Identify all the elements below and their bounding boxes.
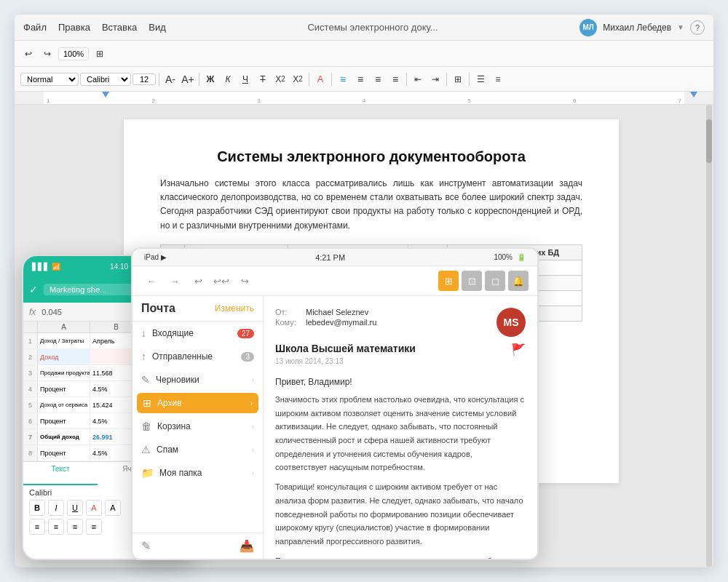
scrollbar-thumb[interactable] (706, 119, 712, 163)
phone-align-justify[interactable]: ≡ (86, 519, 102, 535)
menu-edit[interactable]: Правка (58, 22, 90, 33)
mail-folder-trash[interactable]: 🗑 Корзина › (132, 415, 263, 438)
italic-button[interactable]: К (220, 71, 236, 87)
phone-formula-value: 0.045 (41, 308, 62, 316)
font-size-increase[interactable]: A+ (180, 71, 196, 87)
phone-align-right[interactable]: ≡ (67, 519, 83, 535)
menu-file[interactable]: Файл (23, 22, 47, 33)
phone-time: 14:10 (110, 263, 128, 271)
mail-folder-spam[interactable]: ⚠ Спам › (132, 438, 263, 461)
mail-folder-custom[interactable]: 📁 Моя папка › (132, 461, 263, 485)
phone-align-left[interactable]: ≡ (29, 519, 45, 535)
strikethrough-button[interactable]: Т (255, 71, 271, 87)
mail-reply-all-icon[interactable]: ↩↩ (211, 272, 232, 290)
cell-a1[interactable]: Доход / Затраты (38, 333, 90, 348)
mail-folder-archive[interactable]: ⊞ Архив › (137, 393, 258, 413)
mail-body-3: Повседневная практика показывает, что ра… (275, 554, 526, 559)
mail-content-pane[interactable]: От: Michael Seleznev Кому: lebedev@mymai… (264, 296, 537, 559)
align-justify-button[interactable]: ≡ (387, 71, 403, 87)
sent-badge: 3 (241, 352, 254, 362)
col-a: A (38, 322, 90, 332)
cell-a2[interactable]: Доход (38, 349, 90, 364)
scrollbar[interactable] (706, 105, 712, 567)
mail-action-icon4[interactable]: 🔔 (508, 271, 529, 291)
phone-font-color-button[interactable]: A (86, 500, 102, 516)
cell-a4[interactable]: Процент (38, 381, 90, 396)
to-label: Кому: (275, 318, 306, 327)
undo-button[interactable]: ↩ (20, 47, 36, 60)
phone-check-button[interactable]: ✓ (29, 284, 38, 295)
mail-forward-icon[interactable]: → (165, 272, 185, 290)
mail-action-icon2[interactable]: ⊡ (462, 271, 482, 291)
cell-a7[interactable]: Общий доход (38, 429, 90, 445)
user-dropdown-icon[interactable]: ▼ (677, 23, 684, 31)
mail-folder-inbox[interactable]: ↓ Входящие 27 (132, 322, 263, 345)
from-value: Michael Seleznev (306, 308, 368, 316)
superscript-button[interactable]: X2 (290, 71, 306, 87)
cell-a3[interactable]: Продажи продукта (38, 365, 90, 380)
mail-forward2-icon[interactable]: ↪ (234, 272, 255, 290)
phone-highlight-button[interactable]: A (105, 500, 121, 516)
sidebar-compose-icon[interactable]: ✎ (141, 539, 151, 553)
phone-font-name: Calibri (29, 488, 52, 497)
font-color-button[interactable]: A (312, 71, 328, 87)
ipad-mail-body: Почта Изменить ↓ Входящие 27 ↑ Отправлен… (132, 296, 537, 559)
title-bar-right: МЛ Михаил Лебедев ▼ ? (579, 19, 705, 36)
underline-button[interactable]: Ч (237, 71, 253, 87)
mail-action-icon3[interactable]: ◻ (485, 271, 505, 291)
font-size-decrease[interactable]: A- (162, 71, 178, 87)
indent-decrease-button[interactable]: ⇤ (410, 71, 426, 87)
mail-folder-drafts[interactable]: ✎ Черновики › (132, 368, 263, 391)
align-center-button[interactable]: ≡ (352, 71, 368, 87)
mail-action-icon1[interactable]: ⊞ (438, 271, 459, 291)
phone-italic-button[interactable]: I (48, 500, 64, 516)
font-select[interactable]: Calibri (80, 73, 131, 86)
menu-bar: Файл Правка Вставка Вид (23, 22, 166, 33)
spam-icon: ⚠ (141, 444, 151, 455)
phone-fmt-btns: B I U A A (29, 500, 121, 516)
phone-tab-text[interactable]: Текст (23, 462, 98, 485)
phone-underline-button[interactable]: U (67, 500, 83, 516)
align-left-button[interactable]: ≡ (335, 71, 351, 87)
ipad-mail-right-icons: ⊞ ⊡ ◻ 🔔 (438, 271, 529, 291)
phone-align-center[interactable]: ≡ (48, 519, 64, 535)
phone-bold-button[interactable]: B (29, 500, 45, 516)
font-size-input[interactable] (132, 73, 156, 85)
inbox-icon: ↓ (141, 327, 146, 339)
sidebar-download-icon[interactable]: 📥 (240, 539, 254, 553)
drafts-icon: ✎ (141, 374, 150, 386)
ipad-status-right: 100% 🔋 (494, 253, 526, 261)
bold-button[interactable]: Ж (202, 71, 218, 87)
menu-view[interactable]: Вид (149, 22, 166, 33)
mail-folder-sent[interactable]: ↑ Отправленные 3 (132, 345, 263, 368)
redo-button[interactable]: ↪ (39, 47, 55, 60)
mail-back-icon[interactable]: ← (141, 272, 162, 290)
style-select[interactable]: Normal (20, 73, 79, 86)
archive-chevron-icon: › (250, 399, 253, 407)
mail-body-2: Товарищи! консультация с широким активом… (275, 480, 526, 548)
ipad-device-label: iPad ▶ (144, 253, 167, 261)
zoom-value[interactable]: 100% (58, 47, 89, 60)
folder-trash-label: Корзина (157, 421, 191, 431)
subscript-button[interactable]: X2 (272, 71, 288, 87)
format-bar: Normal Calibri A- A+ Ж К Ч Т X2 X2 A ≡ ≡… (15, 67, 713, 92)
list-numbered-button[interactable]: ≡ (490, 71, 506, 87)
list-bullet-button[interactable]: ☰ (472, 71, 488, 87)
mail-greeting: Привет, Владимир! (275, 377, 526, 387)
archive-icon: ⊞ (143, 397, 151, 409)
help-button[interactable]: ? (690, 20, 705, 35)
mail-reply-icon[interactable]: ↩ (188, 272, 208, 290)
toolbar-icon1[interactable]: ⊞ (92, 47, 108, 60)
cell-a5[interactable]: Доход от сервиса (38, 397, 90, 412)
mail-flag-icon[interactable]: 🚩 (511, 343, 526, 356)
align-right-button[interactable]: ≡ (370, 71, 386, 87)
phone-sheet-name: Marketing she... (44, 284, 143, 295)
mail-edit-button[interactable]: Изменить (215, 303, 254, 314)
to-value: lebedev@mymail.ru (306, 318, 376, 327)
menu-insert[interactable]: Вставка (102, 22, 137, 33)
indent-increase-button[interactable]: ⇥ (427, 71, 443, 87)
table-button[interactable]: ⊞ (450, 71, 466, 87)
mail-date: 13 июля 2014, 23:13 (275, 357, 416, 365)
cell-a6[interactable]: Процент (38, 413, 90, 428)
cell-a8[interactable]: Процент (38, 445, 90, 461)
